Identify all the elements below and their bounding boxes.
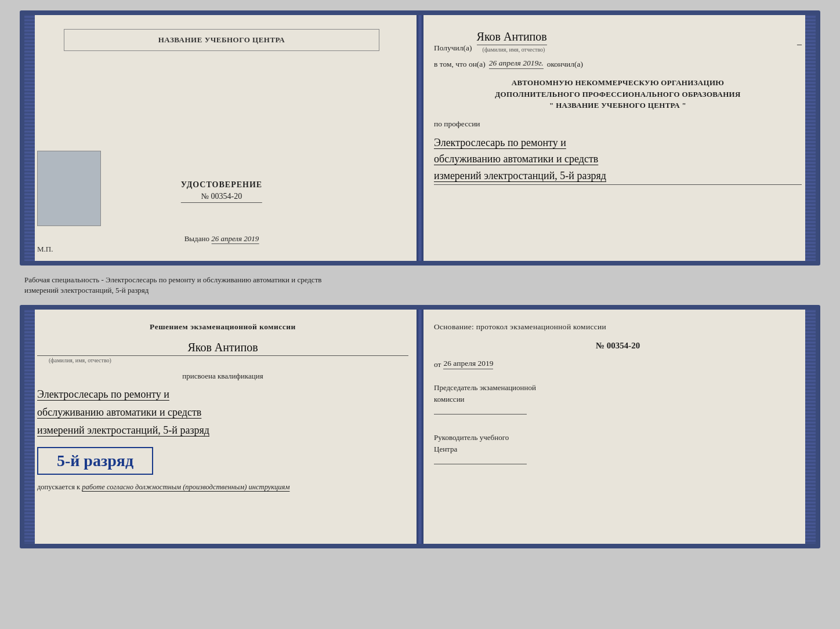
- qualification-text: Электрослесарь по ремонту и обслуживанию…: [37, 386, 408, 439]
- prof-line3: измерений электростанций, 5-й разряд: [434, 170, 606, 181]
- org-block: АВТОНОМНУЮ НЕКОММЕРЧЕСКУЮ ОРГАНИЗАЦИЮ ДО…: [434, 77, 802, 111]
- org-name-box: НАЗВАНИЕ УЧЕБНОГО ЦЕНТРА: [64, 29, 379, 51]
- poluchil-label: Получил(а): [434, 43, 472, 53]
- bottom-right-panel: Основание: протокол экзаменационной коми…: [420, 310, 816, 544]
- fio-sublabel-bottom: (фамилия, имя, отчество): [49, 357, 111, 363]
- fio-sublabel-top: (фамилия, имя, отчество): [483, 46, 545, 53]
- vydano-date: 26 апреля 2019: [211, 234, 259, 244]
- right-binding-strip-bottom: [805, 310, 816, 544]
- prof-line1: Электрослесарь по ремонту и: [434, 137, 566, 148]
- bottom-document: Решением экзаменационной комиссии Яков А…: [20, 305, 820, 548]
- vtom-line: в том, что он(а) 26 апреля 2019г. окончи…: [434, 59, 802, 69]
- vtom-date: 26 апреля 2019г.: [489, 59, 544, 69]
- okoncil-label: окончил(а): [547, 60, 583, 69]
- predsedatel-label: Председатель экзаменационной комиссии: [434, 383, 536, 403]
- fio-handwritten-bottom: Яков Антипов: [37, 341, 408, 356]
- vydano-line: Выдано 26 апреля 2019: [184, 234, 259, 243]
- cert-number: № 00354-20: [181, 192, 262, 203]
- ot-date: 26 апреля 2019: [443, 359, 493, 369]
- recipient-name: Яков Антипов: [477, 30, 547, 45]
- org-line1: АВТОНОМНУЮ НЕКОММЕРЧЕСКУЮ ОРГАНИЗАЦИЮ: [434, 77, 802, 89]
- right-binding-strip: [805, 15, 816, 261]
- predsedatel-signature: [434, 414, 527, 415]
- qual-line1: Электрослесарь по ремонту и: [37, 388, 169, 400]
- cert-title-block: УДОСТОВЕРЕНИЕ № 00354-20: [181, 180, 262, 203]
- rukovoditel-block: Руководитель учебного Центра: [434, 432, 802, 464]
- rukovoditel-label: Руководитель учебного Центра: [434, 433, 509, 453]
- prof-line2: обслуживанию автоматики и средств: [434, 153, 598, 165]
- top-right-panel: Получил(а) Яков Антипов (фамилия, имя, о…: [420, 15, 816, 261]
- resheniem-text: Решением экзаменационной комиссии: [37, 322, 408, 332]
- po-professii: по профессии: [434, 119, 802, 129]
- spine-bottom: [417, 310, 423, 544]
- top-document: НАЗВАНИЕ УЧЕБНОГО ЦЕНТРА УДОСТОВЕРЕНИЕ №…: [20, 10, 820, 266]
- profession-text: Электрослесарь по ремонту и обслуживанию…: [434, 134, 802, 185]
- ot-line: от 26 апреля 2019: [434, 359, 802, 369]
- separator-text: Рабочая специальность - Электрослесарь п…: [24, 275, 321, 294]
- top-left-panel: НАЗВАНИЕ УЧЕБНОГО ЦЕНТРА УДОСТОВЕРЕНИЕ №…: [24, 15, 420, 261]
- recipient-line: Получил(а) Яков Антипов (фамилия, имя, о…: [434, 30, 802, 53]
- dopuskaetsya-label: допускается к: [37, 483, 80, 491]
- predsedatel-block: Председатель экзаменационной комиссии: [434, 382, 802, 415]
- protocol-number: № 00354-20: [434, 341, 802, 351]
- razryad-badge: 5-й разряд: [37, 447, 153, 475]
- dash-symbol: –: [797, 39, 802, 49]
- separator-label: Рабочая специальность - Электрослесарь п…: [20, 272, 820, 298]
- vydano-label: Выдано: [184, 234, 209, 243]
- qual-line2: обслуживанию автоматики и средств: [37, 406, 201, 418]
- prisvoena-text: присвоена квалификация: [37, 372, 408, 381]
- dopuskaetsya-text: работе согласно должностным (производств…: [82, 483, 289, 491]
- qual-line3: измерений электростанций, 5-й разряд: [37, 424, 209, 436]
- dopuskaetsya-line: допускается к работе согласно должностны…: [37, 483, 408, 492]
- bottom-left-panel: Решением экзаменационной комиссии Яков А…: [24, 310, 420, 544]
- photo-placeholder: [37, 151, 101, 226]
- cert-title: УДОСТОВЕРЕНИЕ: [181, 180, 262, 190]
- osnovanie-text: Основание: протокол экзаменационной коми…: [434, 322, 802, 332]
- ot-label: от: [434, 360, 441, 369]
- org-name-label: НАЗВАНИЕ УЧЕБНОГО ЦЕНТРА: [158, 35, 285, 44]
- org-line2: ДОПОЛНИТЕЛЬНОГО ПРОФЕССИОНАЛЬНОГО ОБРАЗО…: [434, 89, 802, 100]
- org-line3: " НАЗВАНИЕ УЧЕБНОГО ЦЕНТРА ": [434, 100, 802, 111]
- vtom-label: в том, что он(а): [434, 60, 486, 69]
- mp-label: М.П.: [37, 245, 53, 254]
- rukovoditel-signature: [434, 464, 527, 464]
- fio-block-bottom: Яков Антипов (фамилия, имя, отчество): [37, 339, 408, 363]
